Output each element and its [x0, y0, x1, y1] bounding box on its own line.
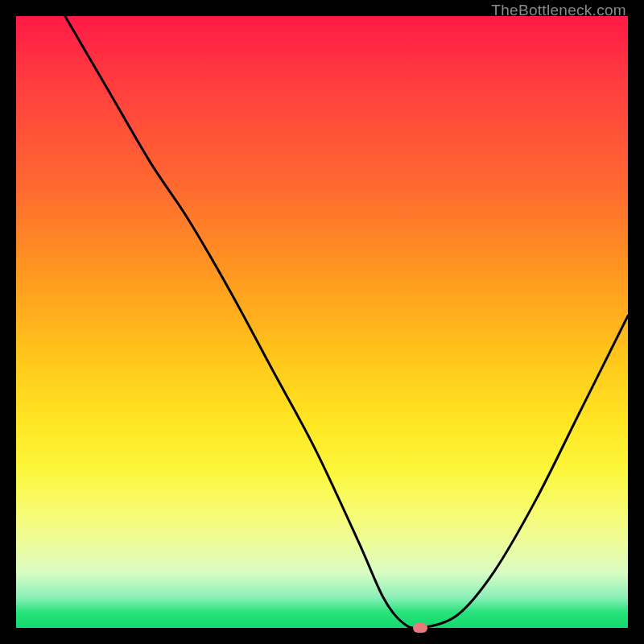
curve-svg [16, 16, 628, 628]
plot-area [16, 16, 628, 628]
optimal-point-marker [413, 623, 427, 633]
bottleneck-curve [65, 16, 628, 628]
chart-frame: TheBottleneck.com [0, 0, 644, 644]
